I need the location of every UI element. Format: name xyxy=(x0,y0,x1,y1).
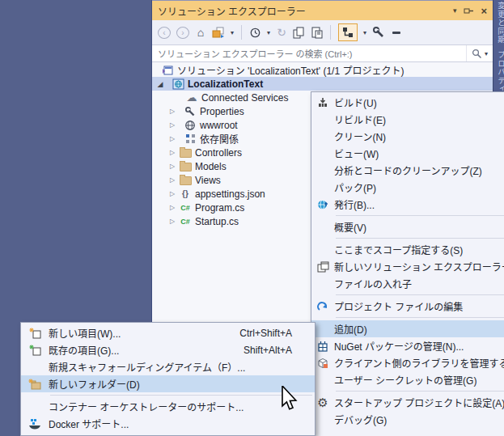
folder-icon xyxy=(179,160,192,173)
tree-item-label: Views xyxy=(195,175,221,186)
collapse-all-icon[interactable] xyxy=(293,25,305,40)
csharp-icon: C# xyxy=(179,215,192,228)
panel-toolbar: ‹ › ⌂ ▾ ▾ ↻ ▾ xyxy=(152,20,493,44)
expander-icon[interactable]: ▷ xyxy=(167,121,177,129)
menu-item-analyze-cleanup[interactable]: 分析とコードのクリーンアップ(Z) xyxy=(311,162,504,179)
menu-item-scope-to-this[interactable]: ここまでスコープ指定する(S) xyxy=(311,241,504,258)
menu-item-manage-nuget[interactable]: NuGet パッケージの管理(N)... xyxy=(311,337,504,354)
tree-item-label: appsettings.json xyxy=(195,188,265,200)
tree-item-solution[interactable]: ソリューション 'LocalizationText' (1/1 プロジェクト) xyxy=(152,63,493,77)
tree-item-label: LocalizationText xyxy=(188,78,263,90)
shortcut-label: Shift+Alt+A xyxy=(244,345,292,356)
back-icon[interactable]: ‹ xyxy=(158,27,171,39)
submenu-item-new-scaffolded-item[interactable]: 新規スキャフォールディングアイテム（F）... xyxy=(21,358,315,375)
menu-item-pack[interactable]: パック(P) xyxy=(311,179,504,196)
switch-views-icon[interactable] xyxy=(212,25,225,40)
menu-separator xyxy=(311,213,504,218)
build-icon xyxy=(311,97,334,108)
expander-icon[interactable]: ▷ xyxy=(167,176,177,184)
tree-item-label: ソリューション 'LocalizationText' (1/1 プロジェクト) xyxy=(177,63,404,77)
submenu-item-docker-support[interactable]: Docker サポート... xyxy=(21,415,315,432)
menu-item-debug[interactable]: デバッグ(G) xyxy=(311,411,504,428)
window-position-icon[interactable]: ▾ xyxy=(453,6,457,15)
menu-item-file-nesting[interactable]: ファイルの入れ子 xyxy=(311,275,504,292)
tree-item-label: wwwroot xyxy=(200,120,238,131)
sync-caret-icon[interactable]: ▾ xyxy=(363,29,366,36)
expander-icon[interactable]: ▷ xyxy=(167,190,177,197)
menu-item-clean[interactable]: クリーン(N) xyxy=(311,128,504,145)
tree-item-label: Properties xyxy=(200,106,244,117)
menu-item-edit-project-file[interactable]: プロジェクト ファイルの編集 xyxy=(311,298,504,315)
mouse-cursor xyxy=(281,386,299,412)
search-icon[interactable] xyxy=(472,49,482,59)
menu-item-rebuild[interactable]: リビルド(E) xyxy=(311,111,504,128)
search-bar[interactable]: ソリューション エクスプローラー の検索 (Ctrl+:) ▾ xyxy=(152,44,493,62)
new-view-icon xyxy=(311,261,334,273)
switch-views-caret-icon[interactable]: ▾ xyxy=(231,29,234,36)
docker-icon xyxy=(21,418,49,430)
tree-item-label: Program.cs xyxy=(195,202,244,214)
toolbar-separator xyxy=(330,25,331,40)
menu-item-publish[interactable]: 発行(B)... xyxy=(311,196,504,213)
submenu-item-new-item[interactable]: 新しい項目(W)... Ctrl+Shift+A xyxy=(21,324,315,341)
preview-selected-icon[interactable] xyxy=(311,25,323,40)
tree-item-label: Connected Services xyxy=(201,92,288,104)
folder-icon xyxy=(179,146,192,159)
publish-icon xyxy=(311,199,334,210)
forward-icon[interactable]: › xyxy=(176,27,189,39)
menu-item-overview[interactable]: 概要(V) xyxy=(311,218,504,235)
menu-item-manage-client-libraries[interactable]: クライアント側のライブラリを管理する(M)... xyxy=(311,354,504,371)
pending-changes-filter-icon[interactable] xyxy=(249,25,261,40)
solution-icon xyxy=(161,64,174,77)
edit-project-icon xyxy=(311,301,334,312)
filter-caret-icon[interactable]: ▾ xyxy=(267,29,270,36)
shortcut-label: Ctrl+Shift+A xyxy=(239,328,292,339)
wrench-icon xyxy=(184,105,197,118)
menu-item-set-as-startup[interactable]: ⚙ スタートアップ プロジェクトに設定(A) xyxy=(311,394,504,411)
project-icon xyxy=(172,78,184,91)
menu-separator xyxy=(311,235,504,241)
close-icon[interactable]: × xyxy=(481,5,487,17)
properties-wrench-icon[interactable] xyxy=(372,25,385,40)
dependencies-icon xyxy=(184,133,197,146)
new-folder-icon xyxy=(21,379,49,390)
sync-with-active-document-button[interactable] xyxy=(338,23,358,41)
expander-icon[interactable]: ▷ xyxy=(167,149,177,156)
expander-icon[interactable]: ◢ xyxy=(155,80,165,88)
panel-titlebar[interactable]: ソリューション エクスプローラー ▾ × xyxy=(152,0,493,20)
tree-item-label: Controllers xyxy=(195,147,242,159)
pin-icon[interactable] xyxy=(464,6,473,15)
add-submenu: 新しい項目(W)... Ctrl+Shift+A 既存の項目(G)... Shi… xyxy=(20,322,316,436)
json-icon: {} xyxy=(179,188,192,201)
dock-tab-properties[interactable]: プロパティ xyxy=(495,51,504,94)
tree-item-label: Startup.cs xyxy=(195,216,239,227)
expander-icon[interactable]: ▷ xyxy=(167,218,177,225)
menu-item-manage-user-secrets[interactable]: ユーザー シークレットの管理(G) xyxy=(311,371,504,388)
expander-icon[interactable]: ▷ xyxy=(167,204,177,211)
submenu-item-container-orchestrator-support[interactable]: コンテナー オーケストレーターのサポート... xyxy=(21,398,315,415)
panel-title: ソリューション エクスプローラー xyxy=(158,4,306,18)
expander-icon[interactable]: ▷ xyxy=(167,135,177,142)
menu-separator xyxy=(311,388,504,394)
tree-item-label: Models xyxy=(195,161,227,172)
refresh-icon[interactable]: ↻ xyxy=(276,25,287,40)
menu-separator xyxy=(311,292,504,298)
minimize-dash-icon[interactable] xyxy=(391,25,402,40)
tree-item-project[interactable]: ◢ LocalizationText xyxy=(152,77,493,91)
home-icon[interactable]: ⌂ xyxy=(195,25,206,40)
expander-icon[interactable]: ▷ xyxy=(167,108,177,115)
search-placeholder: ソリューション エクスプローラー の検索 (Ctrl+:) xyxy=(158,47,353,60)
dock-tab-sync[interactable]: 変更と同期 xyxy=(495,2,504,44)
expander-icon[interactable]: ▷ xyxy=(167,163,177,170)
existing-item-icon xyxy=(21,345,49,356)
new-item-icon xyxy=(21,328,49,339)
submenu-item-existing-item[interactable]: 既存の項目(G)... Shift+Alt+A xyxy=(21,341,315,358)
menu-item-build[interactable]: ビルド(U) xyxy=(311,94,504,111)
menu-item-view[interactable]: ビュー(W) xyxy=(311,145,504,162)
toolbar-separator xyxy=(241,25,242,40)
menu-item-new-solution-explorer-view[interactable]: 新しいソリューション エクスプローラーのビュー(N) xyxy=(311,258,504,275)
search-caret-icon[interactable]: ▾ xyxy=(485,50,488,57)
connected-services-cloud-icon: ☁ xyxy=(185,91,198,104)
submenu-item-new-folder[interactable]: 新しいフォルダー(D) xyxy=(21,375,315,392)
menu-item-add[interactable]: 追加(D) xyxy=(311,320,504,337)
